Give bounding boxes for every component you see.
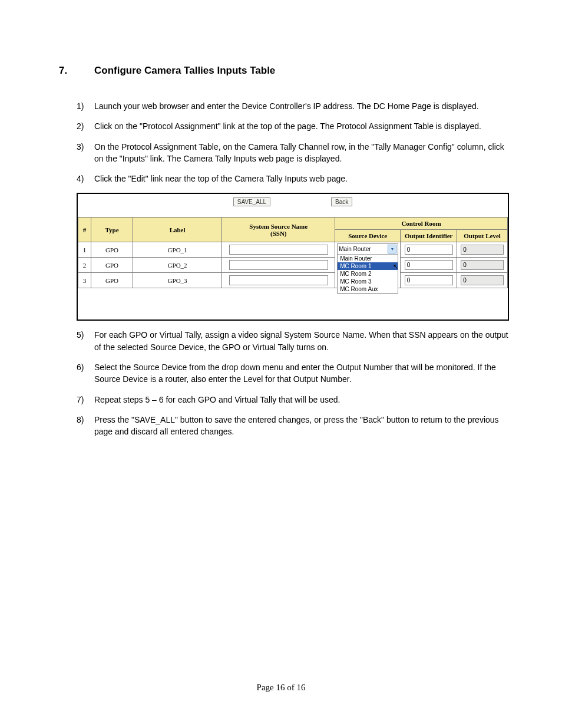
dropdown-option[interactable]: MC Room Aux [338,285,398,293]
heading-text: Configure Camera Tallies Inputs Table [94,65,275,77]
cell-label: GPO_1 [133,242,222,258]
cell-type: GPO [91,273,133,288]
figure-toolbar: SAVE_ALL Back [78,194,508,217]
th-type: Type [91,218,133,242]
step-text: Repeat steps 5 – 6 for each GPO and Virt… [94,394,509,406]
th-ssn-sub: (SSN) [270,230,287,237]
output-level-input[interactable] [461,245,504,255]
step-number: 4) [77,173,94,185]
step-text: Click on the "Protocol Assignment" link … [94,120,509,132]
dropdown-option[interactable]: MC Room 3 [338,278,398,285]
table-row: 3 GPO GPO_3 [78,273,508,288]
cell-num: 3 [78,273,91,288]
section-heading: 7. Configure Camera Tallies Inputs Table [59,65,509,77]
step-number: 6) [77,361,94,386]
step-text: Press the "SAVE_ALL" button to save the … [94,414,509,438]
cursor-icon: ↖ [393,263,398,271]
output-id-input[interactable] [405,260,453,270]
ssn-input[interactable] [229,260,328,270]
step-number: 8) [77,414,94,438]
th-control-room: Control Room [335,218,508,230]
dropdown-selected: Main Router [339,246,371,252]
step-text: Launch your web browser and enter the De… [94,100,509,112]
output-level-input[interactable] [461,275,504,285]
step-number: 7) [77,394,94,406]
cell-num: 2 [78,258,91,273]
dropdown-option[interactable]: MC Room 1 [338,262,398,270]
step-number: 3) [77,141,94,165]
dropdown-option[interactable]: MC Room 2 [338,270,398,278]
output-level-input[interactable] [461,260,504,270]
screenshot-figure: SAVE_ALL Back # Type Label System Source… [77,193,509,321]
heading-number: 7. [59,65,94,77]
step-number: 5) [77,329,94,353]
output-id-input[interactable] [405,275,453,285]
th-source-device: Source Device [335,230,401,242]
step-text: Select the Source Device from the drop d… [94,361,509,386]
save-all-button[interactable]: SAVE_ALL [233,197,270,206]
step-text: On the Protocol Assignment Table, on the… [94,141,509,165]
th-ssn: System Source Name (SSN) [222,218,335,242]
table-row: 1 GPO GPO_1 Main Router ▾ Main Router MC… [78,242,508,258]
page-number: Page 16 of 16 [0,683,562,693]
th-hash: # [78,218,91,242]
th-output-id: Output Identifier [401,230,457,242]
ssn-input[interactable] [229,245,328,255]
chevron-down-icon[interactable]: ▾ [388,245,396,253]
step-text: Click the "Edit" link near the top of th… [94,173,509,185]
cell-type: GPO [91,242,133,258]
th-label: Label [133,218,222,242]
steps-list-bottom: 5)For each GPO or Virtual Tally, assign … [59,329,509,437]
cell-type: GPO [91,258,133,273]
output-id-input[interactable] [405,245,453,255]
cell-num: 1 [78,242,91,258]
source-device-dropdown[interactable]: Main Router ▾ Main Router MC Room 1 MC R… [337,243,398,294]
table-row: 2 GPO GPO_2 [78,258,508,273]
step-number: 2) [77,120,94,132]
th-output-level: Output Level [457,230,508,242]
inputs-table: # Type Label System Source Name (SSN) Co… [78,217,508,288]
steps-list-top: 1)Launch your web browser and enter the … [59,100,509,185]
cell-label: GPO_3 [133,273,222,288]
back-button[interactable]: Back [331,197,352,206]
dropdown-option[interactable]: Main Router [338,255,398,262]
cell-label: GPO_2 [133,258,222,273]
step-number: 1) [77,100,94,112]
th-ssn-top: System Source Name [249,223,308,230]
ssn-input[interactable] [229,275,328,285]
step-text: For each GPO or Virtual Tally, assign a … [94,329,509,353]
